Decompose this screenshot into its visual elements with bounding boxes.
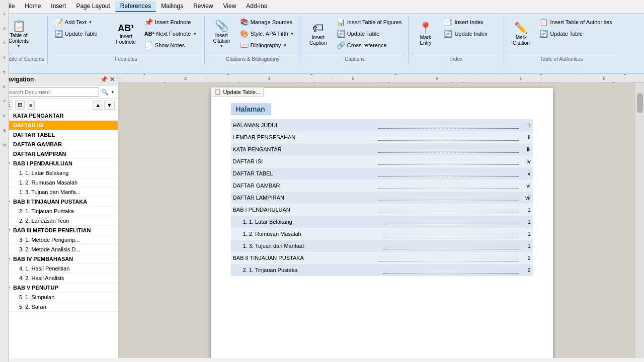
update-table-captions-button[interactable]: 🔄 Update Table: [333, 28, 406, 39]
toc-group-label: Table of Contents: [5, 54, 44, 63]
table-of-contents-button[interactable]: 📋 Table ofContents ▼: [5, 17, 32, 52]
nav-header-icons: 📌 ✕: [100, 76, 115, 83]
style-button[interactable]: 🎨 Style: APA Fifth ▼: [236, 28, 298, 39]
insert-index-button[interactable]: 📑 Insert Index: [440, 17, 501, 28]
menu-insert[interactable]: Insert: [46, 1, 71, 12]
nav-item-bab2[interactable]: ▼BAB II TINJAUAN PUSTAKA: [0, 197, 118, 207]
nav-item-bab2-2[interactable]: 2. 2. Landasan Teori: [0, 216, 118, 226]
nav-item-label-daftar-isi: DAFTAR ISI: [13, 122, 44, 128]
nav-item-bab4[interactable]: ▼BAB IV PEMBAHASAN: [0, 254, 118, 264]
insert-table-of-authorities-button[interactable]: 📋 Insert Table of Authorities: [536, 17, 615, 28]
search-input[interactable]: [3, 87, 99, 97]
toc-row: DAFTAR TABELv: [231, 167, 533, 179]
menu-mailings[interactable]: Mailings: [156, 1, 188, 12]
next-footnote-icon: AB²: [144, 31, 154, 37]
ribbon-group-citations: 📎 InsertCitation ▼ 📚 Manage Sources 🎨 St…: [205, 16, 301, 64]
menu-bar: File Home Insert Page Layout References …: [0, 0, 644, 14]
nav-item-bab5-1[interactable]: 5. 1. Simpulan: [0, 293, 118, 302]
nav-item-daftar-tabel[interactable]: DAFTAR TABEL: [0, 130, 118, 140]
nav-item-label-bab1-3: 1. 3. Tujuan dan Manfa...: [19, 189, 80, 195]
vertical-scrollbar[interactable]: [635, 83, 644, 358]
toc-page-2: iii: [521, 145, 533, 154]
search-icon[interactable]: 🔍: [101, 88, 109, 96]
nav-up-btn[interactable]: ▲: [93, 101, 103, 110]
style-icon: 🎨: [240, 30, 249, 37]
show-notes-button[interactable]: 📄 Show Notes: [141, 40, 201, 51]
cross-reference-button[interactable]: 🔗 Cross-reference: [333, 40, 406, 51]
nav-item-bab3-2[interactable]: 3. 2. Metode Analisis D...: [0, 245, 118, 254]
cross-reference-icon: 🔗: [337, 42, 345, 49]
menu-view[interactable]: View: [218, 1, 242, 12]
nav-item-label-daftar-gambar: DAFTAR GAMBAR: [13, 141, 62, 147]
mark-citation-label: MarkCitation: [513, 35, 530, 46]
nav-item-bab2-1[interactable]: 2. 1. Tinjauan Pustaka: [0, 207, 118, 216]
update-table-authorities-button[interactable]: 🔄 Update Table: [536, 28, 615, 39]
insert-caption-icon: 🏷: [312, 23, 324, 34]
toc-icon: 📋: [12, 21, 26, 32]
nav-item-bab3-1[interactable]: 3. 1. Metode Pengump...: [0, 235, 118, 245]
nav-item-kata-pengantar[interactable]: KATA PENGANTAR: [0, 111, 118, 121]
next-footnote-button[interactable]: AB² Next Footnote ▼: [141, 28, 201, 39]
nav-item-bab1[interactable]: ▼BAB I PENDAHULUAN: [0, 159, 118, 168]
nav-item-bab4-1[interactable]: 4. 1. Hasil Penelitian: [0, 264, 118, 274]
mark-entry-button[interactable]: 📍 MarkEntry: [412, 17, 439, 52]
app-body: Navigation 📌 ✕ 🔍 ▼ ☰ ⊞ ≡ ▲ ▼ KATA PENGAN…: [0, 74, 644, 358]
mark-citation-button[interactable]: ✏️ MarkCitation: [507, 17, 535, 52]
toc-entry-3: DAFTAR ISI: [231, 157, 376, 166]
nav-item-bab1-1[interactable]: 1. 1. Latar Belakang: [0, 168, 118, 178]
add-text-button[interactable]: 📝 Add Text ▼: [51, 17, 111, 28]
nav-item-label-bab5-2: 5. 2. Saran: [19, 304, 46, 310]
doc-scroll[interactable]: 📋 Update Table... Halaman HALAMAN JUDULi…: [118, 83, 635, 358]
toc-entry-10: 1. 3. Tujuan dan Manfaat: [231, 241, 381, 250]
nav-item-bab1-3[interactable]: 1. 3. Tujuan dan Manfa...: [0, 188, 118, 197]
footnotes-small-col: 📝 Add Text ▼ 🔄 Update Table: [51, 17, 111, 39]
nav-item-label-bab3-2: 3. 2. Metode Analisis D...: [19, 246, 80, 252]
nav-item-label-bab3: BAB III METODE PENELITIAN: [13, 227, 91, 233]
menu-home[interactable]: Home: [20, 1, 46, 12]
nav-item-daftar-lampiran[interactable]: DAFTAR LAMPIRAN: [0, 149, 118, 159]
update-table-floating-btn[interactable]: 📋 Update Table...: [211, 87, 264, 97]
nav-item-bab5[interactable]: ▼BAB V PENUTUP: [0, 283, 118, 293]
update-index-button[interactable]: 🔄 Update Index: [440, 28, 501, 39]
toc-page-1: ii: [521, 133, 533, 142]
update-table-label: Update Table: [65, 31, 98, 37]
insert-citation-button[interactable]: 📎 InsertCitation ▼: [208, 17, 235, 52]
captions-extra-col: 📊 Insert Table of Figures 🔄 Update Table…: [333, 17, 406, 51]
insert-caption-label: InsertCaption: [309, 35, 327, 46]
insert-caption-button[interactable]: 🏷 InsertCaption: [304, 17, 332, 52]
update-table-bar-label: Update Table...: [223, 89, 261, 95]
menu-review[interactable]: Review: [188, 1, 218, 12]
toc-entry-7: BAB I PENDAHULUAN: [231, 205, 376, 214]
nav-item-daftar-isi[interactable]: DAFTAR ISI: [0, 121, 118, 130]
insert-footnote-button[interactable]: AB¹ InsertFootnote: [112, 17, 140, 52]
nav-item-label-bab3-1: 3. 1. Metode Pengump...: [19, 237, 79, 243]
nav-pin-icon[interactable]: 📌: [100, 76, 108, 83]
menu-references[interactable]: References: [115, 1, 156, 12]
nav-item-bab1-2[interactable]: 1. 2. Rumusan Masalah: [0, 178, 118, 188]
search-dropdown-icon[interactable]: ▼: [111, 90, 115, 95]
insert-footnote-icon: AB¹: [118, 24, 134, 33]
nav-close-icon[interactable]: ✕: [110, 76, 115, 83]
scrollbar-thumb[interactable]: [637, 93, 643, 113]
nav-item-daftar-gambar[interactable]: DAFTAR GAMBAR: [0, 140, 118, 149]
manage-sources-label: Manage Sources: [251, 19, 292, 25]
nav-item-bab4-2[interactable]: 4. 2. Hasil Analisis: [0, 274, 118, 283]
menu-page-layout[interactable]: Page Layout: [71, 1, 115, 12]
toc-dots-8: [383, 225, 519, 225]
nav-item-bab5-2[interactable]: 5. 2. Saran: [0, 302, 118, 312]
insert-endnote-button[interactable]: 📌 Insert Endnote: [141, 17, 201, 28]
bibliography-button[interactable]: 📖 Bibliography ▼: [236, 40, 298, 51]
nav-down-btn[interactable]: ▼: [104, 101, 115, 110]
nav-item-bab3[interactable]: ▼BAB III METODE PENELITIAN: [0, 226, 118, 235]
toc-page-6: vii: [521, 193, 533, 202]
nav-view-pages-btn[interactable]: ⊞: [15, 100, 25, 110]
menu-addins[interactable]: Add-Ins: [241, 1, 272, 12]
update-table-captions-icon: 🔄: [337, 30, 345, 37]
manage-sources-button[interactable]: 📚 Manage Sources: [236, 17, 298, 28]
toc-page-3: iv: [521, 157, 533, 166]
insert-table-of-figures-button[interactable]: 📊 Insert Table of Figures: [333, 17, 406, 28]
update-table-button[interactable]: 🔄 Update Table: [51, 28, 111, 39]
nav-view-results-btn[interactable]: ≡: [27, 101, 35, 110]
nav-item-label-bab2: BAB II TINJAUAN PUSTAKA: [13, 199, 87, 205]
mark-citation-icon: ✏️: [514, 23, 528, 34]
